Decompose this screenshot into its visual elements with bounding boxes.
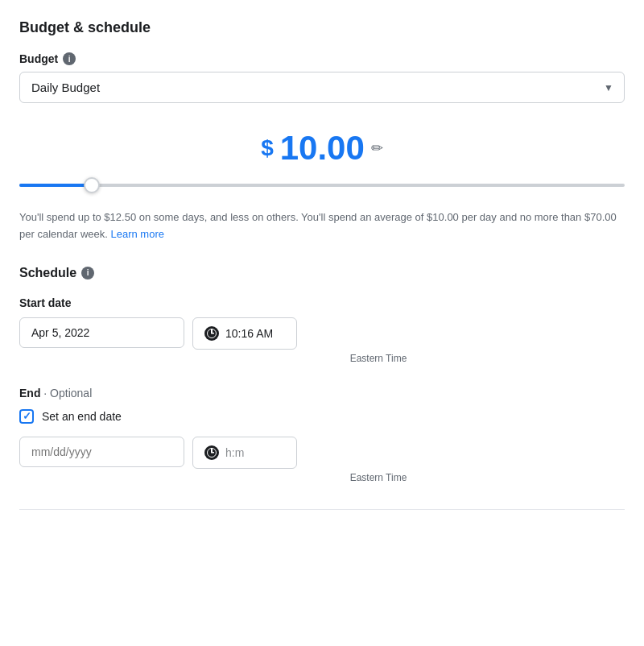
budget-amount-value: 10.00 (280, 129, 365, 168)
budget-slider-thumb[interactable] (84, 177, 100, 193)
start-date-input[interactable] (19, 317, 184, 348)
budget-description-text: You'll spend up to $12.50 on some days, … (19, 211, 617, 240)
checkmark-icon: ✓ (23, 410, 31, 422)
budget-type-select[interactable]: Daily BudgetLifetime Budget (19, 72, 625, 103)
set-end-date-label: Set an end date (42, 410, 122, 423)
start-time-input[interactable]: 10:16 AM (192, 317, 297, 350)
svg-point-3 (208, 448, 217, 457)
budget-edit-icon[interactable]: ✏ (371, 139, 383, 157)
budget-info-icon[interactable]: i (63, 52, 76, 65)
schedule-label-text: Schedule (19, 266, 76, 280)
end-time-input[interactable]: h:m (192, 437, 297, 469)
budget-section: Budget i Daily BudgetLifetime Budget ▼ $… (19, 52, 625, 243)
svg-point-0 (208, 329, 217, 337)
budget-type-select-wrapper: Daily BudgetLifetime Budget ▼ (19, 72, 625, 103)
budget-label: Budget i (19, 52, 625, 65)
start-date-section: Start date 10:16 AM Eastern Time (19, 296, 625, 364)
end-date-section: End · Optional ✓ Set an end date (19, 387, 625, 483)
set-end-date-checkbox-row[interactable]: ✓ Set an end date (19, 409, 625, 424)
end-clock-icon (204, 445, 219, 460)
budget-amount-display: $ 10.00 ✏ (19, 129, 625, 168)
end-time-placeholder: h:m (225, 446, 244, 459)
budget-slider-track (19, 184, 625, 187)
start-timezone-label: Eastern Time (19, 353, 625, 364)
schedule-info-icon[interactable]: i (81, 267, 94, 280)
budget-dollar-sign: $ (261, 135, 274, 161)
end-optional-text: · Optional (43, 387, 92, 400)
start-time-text: 10:16 AM (225, 327, 273, 340)
end-date-input[interactable] (19, 437, 184, 467)
start-date-label: Start date (19, 296, 625, 309)
budget-description: You'll spend up to $12.50 on some days, … (19, 209, 625, 243)
end-timezone-label: Eastern Time (19, 472, 625, 483)
end-date-time-row: h:m (19, 437, 625, 469)
budget-label-text: Budget (19, 52, 58, 65)
budget-slider-wrapper (19, 184, 625, 187)
budget-slider-fill (19, 184, 92, 187)
end-label: End · Optional (19, 387, 625, 400)
page-title: Budget & schedule (19, 19, 625, 36)
end-label-text: End (19, 387, 40, 400)
set-end-date-checkbox[interactable]: ✓ (19, 409, 34, 424)
start-date-time-row: 10:16 AM (19, 317, 625, 350)
schedule-section: Schedule i Start date 10:16 AM (19, 266, 625, 483)
section-divider (19, 509, 625, 510)
schedule-label: Schedule i (19, 266, 625, 280)
learn-more-link[interactable]: Learn more (110, 228, 163, 240)
start-clock-icon (204, 326, 219, 341)
